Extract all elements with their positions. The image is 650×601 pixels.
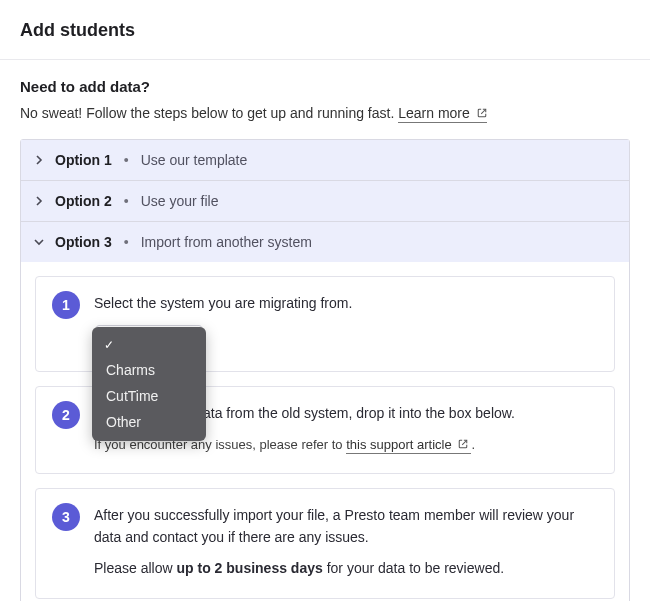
intro-copy: No sweat! Follow the steps below to get … bbox=[20, 105, 398, 121]
bullet-sep: • bbox=[124, 152, 129, 168]
step3-allow-bold: up to 2 business days bbox=[177, 560, 323, 576]
support-article-label: this support article bbox=[346, 437, 452, 452]
learn-more-label: Learn more bbox=[398, 105, 470, 121]
option3-label: Option 3 bbox=[55, 234, 112, 250]
step-card-1: 1 Select the system you are migrating fr… bbox=[35, 276, 615, 372]
step2-sub-suffix: . bbox=[471, 437, 475, 452]
support-article-link[interactable]: this support article bbox=[346, 437, 471, 454]
dropdown-option-cuttime[interactable]: CutTime bbox=[92, 383, 206, 409]
accordion-item-option3: Option 3 • Import from another system 1 … bbox=[21, 221, 629, 601]
dropdown-option-charms[interactable]: Charms bbox=[92, 357, 206, 383]
learn-more-link[interactable]: Learn more bbox=[398, 105, 486, 123]
external-link-icon bbox=[477, 108, 487, 120]
external-link-icon bbox=[458, 439, 471, 451]
option1-label: Option 1 bbox=[55, 152, 112, 168]
page-title: Add students bbox=[0, 0, 650, 59]
step-badge-3: 3 bbox=[52, 503, 80, 531]
step-card-3: 3 After you successfully import your fil… bbox=[35, 488, 615, 599]
option1-desc: Use our template bbox=[141, 152, 248, 168]
step1-copy: Select the system you are migrating from… bbox=[94, 293, 598, 315]
dropdown-selected-blank[interactable]: ✓ bbox=[92, 333, 206, 357]
chevron-right-icon bbox=[33, 195, 45, 207]
bullet-sep: • bbox=[124, 234, 129, 250]
check-icon: ✓ bbox=[104, 338, 114, 352]
system-dropdown: ✓ Charms CutTime Other bbox=[92, 327, 206, 441]
option3-desc: Import from another system bbox=[141, 234, 312, 250]
accordion-header-option3[interactable]: Option 3 • Import from another system bbox=[21, 222, 629, 262]
step3-allow-prefix: Please allow bbox=[94, 560, 177, 576]
bullet-sep: • bbox=[124, 193, 129, 209]
intro-text: No sweat! Follow the steps below to get … bbox=[20, 105, 630, 121]
step3-text: After you successfully import your file,… bbox=[94, 505, 598, 580]
content-area: Need to add data? No sweat! Follow the s… bbox=[0, 60, 650, 601]
step-badge-2: 2 bbox=[52, 401, 80, 429]
chevron-down-icon bbox=[33, 236, 45, 248]
step-badge-1: 1 bbox=[52, 291, 80, 319]
section-heading: Need to add data? bbox=[20, 78, 630, 95]
accordion-header-option1[interactable]: Option 1 • Use our template bbox=[21, 140, 629, 180]
accordion-item-option2: Option 2 • Use your file bbox=[21, 180, 629, 221]
step3-copy: After you successfully import your file,… bbox=[94, 505, 598, 548]
accordion-body-option3: 1 Select the system you are migrating fr… bbox=[21, 262, 629, 601]
accordion-item-option1: Option 1 • Use our template bbox=[21, 140, 629, 180]
accordion-header-option2[interactable]: Option 2 • Use your file bbox=[21, 181, 629, 221]
option2-desc: Use your file bbox=[141, 193, 219, 209]
chevron-right-icon bbox=[33, 154, 45, 166]
step1-text: Select the system you are migrating from… bbox=[94, 293, 598, 315]
step3-allow: Please allow up to 2 business days for y… bbox=[94, 558, 598, 580]
option2-label: Option 2 bbox=[55, 193, 112, 209]
options-accordion: Option 1 • Use our template Option 2 • U… bbox=[20, 139, 630, 601]
step3-allow-suffix: for your data to be reviewed. bbox=[327, 560, 504, 576]
dropdown-option-other[interactable]: Other bbox=[92, 409, 206, 435]
